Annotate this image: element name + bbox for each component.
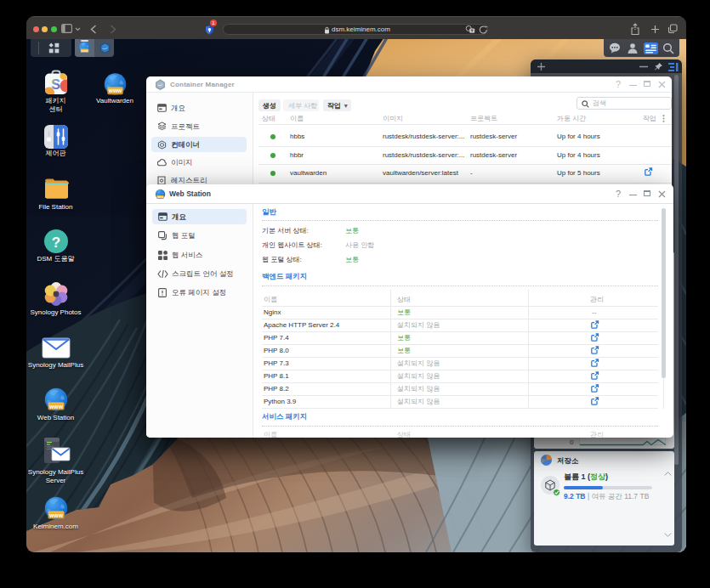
svg-text:S: S: [51, 77, 60, 92]
svg-text:?: ?: [52, 235, 60, 251]
